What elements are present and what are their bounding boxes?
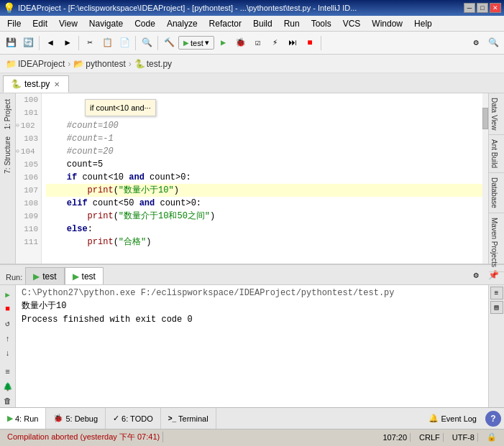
sidebar-item-project[interactable]: 1: Project [2, 96, 13, 132]
run-dropdown-icon: ▾ [205, 38, 209, 47]
run-label: Run: [3, 273, 25, 284]
bottom-tab-debug[interactable]: 🐞 5: Debug [46, 408, 106, 429]
title-bar: 💡 IDEAProject - [F:\eclispworkspace\IDEA… [0, 0, 504, 16]
toolbar: 💾 🔄 ◀ ▶ ✂ 📋 📄 🔍 🔨 ▶ test ▾ ▶ 🐞 ☑ ⚡ ⏭ ■ ⚙… [0, 32, 504, 55]
maximize-button[interactable]: □ [477, 3, 488, 13]
run-clear-button[interactable]: 🗑 [1, 394, 14, 407]
code-line-106: if count<10 and count>0: [46, 171, 482, 184]
run-output-line3: Process finished with exit code 0 [22, 315, 482, 325]
menu-item-edit[interactable]: Edit [27, 17, 53, 30]
run-tree-button[interactable]: 🌲 [1, 380, 14, 393]
bottom-tab-run[interactable]: ▶ 4: Run [0, 408, 46, 429]
editor-scrollbar[interactable] [482, 93, 488, 264]
toolbar-search[interactable]: 🔍 [139, 35, 155, 51]
breadcrumb-file[interactable]: 🐍 test.py [132, 59, 175, 69]
menu-item-window[interactable]: Window [366, 17, 408, 30]
main-layout: 1: Project 7: Structure 100 101 ⊖102 103… [0, 93, 504, 264]
breadcrumb-file-label: test.py [147, 59, 172, 69]
toolbar-profile[interactable]: ⚡ [267, 35, 283, 51]
run-up-button[interactable]: ↑ [1, 333, 14, 345]
todo-icon: ✓ [113, 414, 119, 423]
menu-item-help[interactable]: Help [408, 17, 438, 30]
menu-item-run[interactable]: Run [278, 17, 306, 30]
sidebar-item-structure[interactable]: 7: Structure [2, 134, 13, 177]
run-tab-second[interactable]: ▶ test [65, 267, 104, 284]
run-sidebar: ≡ ▤ [488, 285, 504, 407]
toolbar-forward[interactable]: ▶ [60, 35, 75, 51]
event-log-button[interactable]: 🔔 Event Log [423, 414, 482, 423]
toolbar-settings[interactable]: ⚙ [468, 35, 484, 51]
line-numbers: 100 101 ⊖102 103 ⊖104 105 106 107 108 10… [16, 93, 42, 264]
toolbar-build[interactable]: 🔨 [161, 35, 177, 51]
minimize-button[interactable]: ─ [464, 3, 475, 13]
toolbar-copy[interactable]: 📋 [99, 35, 115, 51]
toolbar-sep2 [78, 36, 79, 50]
toolbar-stop[interactable]: ■ [302, 35, 318, 51]
run-side-btn2[interactable]: ▤ [490, 301, 503, 314]
tab-close-icon[interactable]: ✕ [52, 80, 61, 88]
toolbar-back[interactable]: ◀ [42, 35, 58, 51]
bottom-tab-terminal[interactable]: >_ Terminal [161, 408, 216, 429]
menu-item-refactor[interactable]: Refactor [203, 17, 247, 30]
help-button[interactable]: ? [485, 411, 501, 427]
run-side-btn1[interactable]: ≡ [490, 287, 503, 299]
code-content[interactable]: if count<10 and··· #count=100 #count=-1 … [42, 93, 482, 264]
menu-item-tools[interactable]: Tools [306, 17, 337, 30]
menu-item-view[interactable]: View [53, 17, 83, 30]
run-config-selector[interactable]: ▶ test ▾ [178, 36, 214, 50]
run-stop-button[interactable]: ■ [1, 302, 14, 315]
breadcrumb-module[interactable]: 📂 pythontest [70, 59, 128, 69]
file-icon: 🐍 [134, 59, 145, 69]
menu-item-code[interactable]: Code [129, 17, 161, 30]
terminal-icon: >_ [168, 414, 176, 422]
code-line-108: elif count<50 and count>0: [46, 197, 482, 210]
toolbar-paste[interactable]: 📄 [116, 35, 132, 51]
hover-hint: if count<10 and··· [85, 99, 156, 116]
run-play-button[interactable]: ▶ [1, 288, 14, 301]
menu-item-analyze[interactable]: Analyze [161, 17, 203, 30]
run-controls: ▶ ■ ↺ ↑ ↓ ≡ 🌲 🗑 [0, 285, 16, 407]
toolbar-refresh[interactable]: 🔄 [20, 35, 36, 51]
tab-test-py[interactable]: 🐍 test.py ✕ [3, 75, 69, 93]
run-tab-first[interactable]: ▶ test [25, 267, 64, 284]
toolbar-run-play[interactable]: ▶ [216, 35, 232, 51]
toolbar-debug[interactable]: 🐞 [233, 35, 249, 51]
right-tab-maven[interactable]: Maven Projects [489, 213, 504, 272]
left-sidebar: 1: Project 7: Structure [0, 93, 16, 264]
right-sidebar: Data View Ant Build Database Maven Proje… [488, 93, 504, 264]
menu-item-file[interactable]: File [1, 17, 27, 30]
close-button[interactable]: ✕ [490, 3, 501, 13]
status-warning: Compilation aborted (yesterday 下午 07:41) [4, 432, 163, 442]
toolbar-sep3 [135, 36, 136, 50]
code-line-104: #count=20 [46, 145, 482, 158]
toolbar-next[interactable]: ⏭ [285, 35, 301, 51]
right-tab-dataview[interactable]: Data View [489, 93, 504, 135]
help-icon: ? [490, 414, 495, 424]
menu-item-build[interactable]: Build [247, 17, 278, 30]
toolbar-search2[interactable]: 🔍 [485, 35, 501, 51]
run-rerun-button[interactable]: ↺ [1, 317, 14, 330]
toolbar-cut[interactable]: ✂ [82, 35, 98, 51]
bottom-tab-run-label: 4: Run [15, 414, 38, 423]
bottom-tab-todo[interactable]: ✓ 6: TODO [106, 408, 161, 429]
run-config-name: test [191, 39, 203, 47]
toolbar-save[interactable]: 💾 [3, 35, 19, 51]
run-tabs: ▶ test ▶ test [25, 267, 104, 284]
editor-area: 100 101 ⊖102 103 ⊖104 105 106 107 108 10… [16, 93, 488, 264]
run-settings-icon[interactable]: ⚙ [468, 267, 484, 283]
right-tab-antbuild[interactable]: Ant Build [489, 135, 504, 173]
right-tab-database[interactable]: Database [489, 173, 504, 213]
menu-bar: FileEditViewNavigateCodeAnalyzeRefactorB… [0, 16, 504, 32]
menu-item-vcs[interactable]: VCS [337, 17, 367, 30]
run-wrap-button[interactable]: ≡ [1, 366, 14, 378]
run-output: C:\Python27\python.exe F:/eclispworkspac… [16, 285, 488, 407]
run-down-button[interactable]: ↓ [1, 347, 14, 360]
breadcrumb: 📁 IDEAProject › 📂 pythontest › 🐍 test.py [0, 55, 504, 73]
scroll-thumb [482, 108, 488, 129]
module-icon: 📂 [73, 59, 84, 69]
tab-label: test.py [24, 79, 50, 89]
code-line-110: else: [46, 223, 482, 236]
toolbar-coverage[interactable]: ☑ [250, 35, 266, 51]
menu-item-navigate[interactable]: Navigate [83, 17, 129, 30]
breadcrumb-project[interactable]: 📁 IDEAProject [3, 59, 68, 69]
